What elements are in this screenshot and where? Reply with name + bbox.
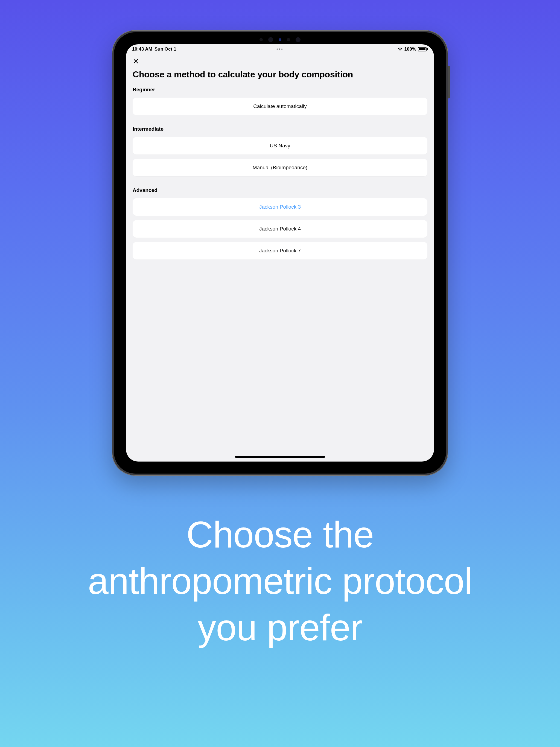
wifi-icon xyxy=(397,47,403,52)
section-label-advanced: Advanced xyxy=(133,187,427,193)
section-intermediate: Intermediate US Navy Manual (Bioimpedanc… xyxy=(133,126,427,176)
screen: 10:43 AM Sun Oct 1 ••• 100% xyxy=(126,44,434,462)
option-label: Calculate automatically xyxy=(253,103,307,109)
status-time: 10:43 AM xyxy=(132,47,152,52)
status-right: 100% xyxy=(397,47,428,52)
option-jackson-pollock-7[interactable]: Jackson Pollock 7 xyxy=(133,242,427,259)
caption-line-3: you prefer xyxy=(22,604,538,651)
caption-line-1: Choose the xyxy=(22,511,538,558)
status-left: 10:43 AM Sun Oct 1 xyxy=(132,47,176,52)
content-area: Choose a method to calculate your body c… xyxy=(126,54,434,462)
tablet-device: 10:43 AM Sun Oct 1 ••• 100% xyxy=(112,30,448,476)
close-button[interactable] xyxy=(131,56,141,66)
battery-icon xyxy=(418,47,428,51)
option-label: US Navy xyxy=(270,143,290,149)
option-manual-bioimpedance[interactable]: Manual (Bioimpedance) xyxy=(133,159,427,176)
section-label-beginner: Beginner xyxy=(133,87,427,93)
status-bar: 10:43 AM Sun Oct 1 ••• 100% xyxy=(126,44,434,54)
option-label: Jackson Pollock 7 xyxy=(259,248,301,254)
battery-percentage: 100% xyxy=(404,47,416,52)
option-calculate-automatically[interactable]: Calculate automatically xyxy=(133,98,427,115)
camera-indicator-icon xyxy=(279,38,281,41)
section-label-intermediate: Intermediate xyxy=(133,126,427,132)
camera-dot-icon xyxy=(259,38,263,41)
page-title: Choose a method to calculate your body c… xyxy=(133,70,427,80)
marketing-caption: Choose the anthropometric protocol you p… xyxy=(0,511,560,651)
option-jackson-pollock-4[interactable]: Jackson Pollock 4 xyxy=(133,220,427,238)
camera-cluster xyxy=(259,37,301,42)
close-icon xyxy=(133,58,139,64)
option-label: Manual (Bioimpedance) xyxy=(253,164,308,171)
camera-dot-icon xyxy=(287,38,290,41)
status-date: Sun Oct 1 xyxy=(154,47,176,52)
power-button xyxy=(448,66,450,98)
option-label: Jackson Pollock 4 xyxy=(259,226,301,232)
caption-line-2: anthropometric protocol xyxy=(22,558,538,604)
camera-lens-icon xyxy=(268,37,273,42)
option-jackson-pollock-3[interactable]: Jackson Pollock 3 xyxy=(133,198,427,216)
multitask-dots-icon[interactable]: ••• xyxy=(276,47,284,52)
section-beginner: Beginner Calculate automatically xyxy=(133,87,427,115)
close-row xyxy=(133,54,427,68)
device-bezel: 10:43 AM Sun Oct 1 ••• 100% xyxy=(114,32,446,473)
camera-lens-icon xyxy=(296,37,301,42)
home-indicator[interactable] xyxy=(235,456,325,458)
option-label: Jackson Pollock 3 xyxy=(259,204,301,210)
option-us-navy[interactable]: US Navy xyxy=(133,137,427,154)
section-advanced: Advanced Jackson Pollock 3 Jackson Pollo… xyxy=(133,187,427,259)
